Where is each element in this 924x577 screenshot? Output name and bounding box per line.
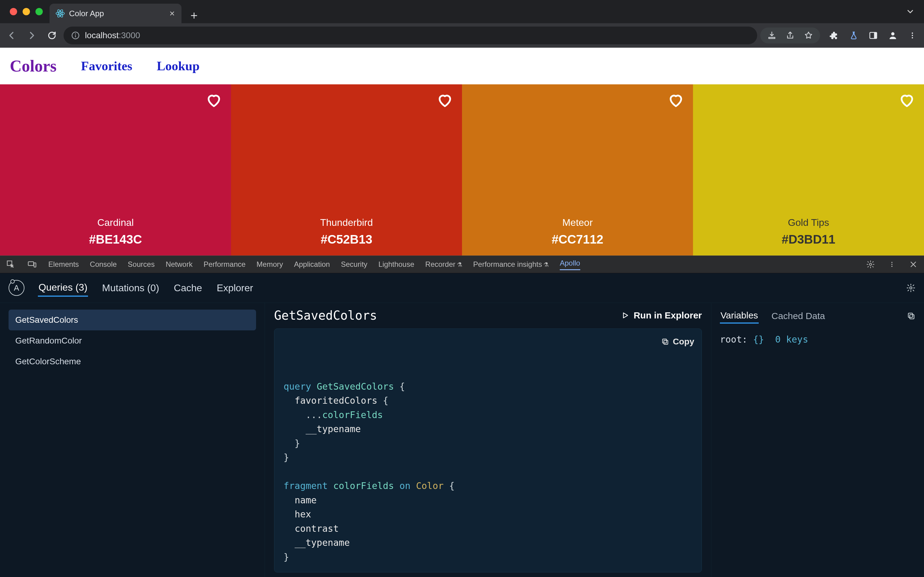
devtools-tab-application[interactable]: Application bbox=[294, 260, 330, 269]
side-panel-icon[interactable] bbox=[868, 30, 879, 41]
browser-tab[interactable]: Color App × bbox=[50, 4, 182, 23]
query-list-item[interactable]: GetSavedColors bbox=[8, 309, 256, 330]
devtools-tab-console[interactable]: Console bbox=[90, 260, 117, 269]
omnibox-url: localhost:3000 bbox=[85, 31, 140, 40]
apollo-tab-cache[interactable]: Cache bbox=[173, 280, 203, 296]
nav-back-button[interactable] bbox=[3, 27, 20, 44]
svg-rect-14 bbox=[28, 262, 34, 266]
svg-point-5 bbox=[75, 33, 76, 34]
apollo-right-panel: Variables Cached Data root: {} 0 keys bbox=[711, 303, 924, 577]
copy-icon bbox=[661, 338, 669, 346]
color-swatch: Thunderbird#C52B13 bbox=[231, 84, 462, 256]
apollo-tab-mutations[interactable]: Mutations (0) bbox=[101, 280, 160, 296]
svg-rect-6 bbox=[75, 35, 76, 38]
svg-rect-15 bbox=[34, 263, 36, 267]
swatch-name: Thunderbird bbox=[320, 217, 373, 228]
devtools-tab-security[interactable]: Security bbox=[341, 260, 368, 269]
bookmark-star-icon[interactable] bbox=[803, 30, 814, 41]
omnibox[interactable]: localhost:3000 bbox=[64, 27, 757, 44]
toolbar-pill bbox=[760, 27, 820, 44]
window-minimize-button[interactable] bbox=[23, 8, 30, 15]
devtools-tab-memory[interactable]: Memory bbox=[257, 260, 283, 269]
share-icon[interactable] bbox=[785, 30, 796, 41]
inspect-element-icon[interactable] bbox=[5, 259, 16, 269]
apollo-rtab-cached[interactable]: Cached Data bbox=[771, 309, 826, 323]
apollo-tab-explorer[interactable]: Explorer bbox=[216, 280, 254, 296]
window-controls bbox=[4, 0, 50, 23]
apollo-settings-icon[interactable] bbox=[906, 283, 916, 292]
devtools-kebab-icon[interactable] bbox=[887, 259, 897, 269]
svg-rect-21 bbox=[664, 340, 668, 344]
apollo-detail: GetSavedColors Run in Explorer Copy quer… bbox=[265, 303, 711, 577]
apollo-right-tabs: Variables Cached Data bbox=[720, 308, 916, 324]
nav-forward-button[interactable] bbox=[23, 27, 40, 44]
nav-reload-button[interactable] bbox=[43, 27, 61, 44]
apollo-tabs: A Queries (3) Mutations (0) Cache Explor… bbox=[0, 273, 924, 303]
svg-rect-22 bbox=[662, 339, 666, 343]
color-swatch: Meteor#CC7112 bbox=[462, 84, 693, 256]
new-tab-button[interactable]: ＋ bbox=[186, 7, 202, 23]
apollo-rtab-variables[interactable]: Variables bbox=[720, 308, 759, 324]
flask-icon: ⚗ bbox=[457, 261, 462, 268]
tab-close-icon[interactable]: × bbox=[169, 9, 175, 18]
page-content: Colors Favorites Lookup Cardinal#BE143CT… bbox=[0, 48, 924, 256]
apollo-tab-queries[interactable]: Queries (3) bbox=[38, 279, 88, 297]
favorite-heart-icon[interactable] bbox=[437, 92, 453, 108]
apollo-main: GetSavedColors Run in Explorer Copy quer… bbox=[265, 303, 924, 577]
devtools-tabbar: Elements Console Sources Network Perform… bbox=[0, 256, 924, 273]
query-list-item[interactable]: GetColorScheme bbox=[8, 351, 256, 372]
apollo-logo-icon: A bbox=[8, 280, 24, 296]
window-close-button[interactable] bbox=[10, 8, 17, 15]
svg-point-11 bbox=[912, 35, 913, 36]
devtools-tab-elements[interactable]: Elements bbox=[48, 260, 79, 269]
play-icon bbox=[621, 311, 629, 320]
devtools-tab-apollo[interactable]: Apollo bbox=[560, 259, 580, 270]
flask-icon: ⚗ bbox=[543, 261, 549, 268]
copy-button[interactable]: Copy bbox=[661, 335, 694, 348]
devtools-tab-performance[interactable]: Performance bbox=[203, 260, 245, 269]
query-code-block: Copy query GetSavedColors { favoritedCol… bbox=[274, 329, 702, 572]
color-swatch: Cardinal#BE143C bbox=[0, 84, 231, 256]
url-host: localhost bbox=[85, 31, 119, 40]
run-in-explorer-label: Run in Explorer bbox=[634, 310, 702, 321]
tabs-menu-button[interactable] bbox=[906, 7, 915, 16]
devtools-tab-sources[interactable]: Sources bbox=[128, 260, 155, 269]
url-port: :3000 bbox=[119, 31, 140, 40]
favorite-heart-icon[interactable] bbox=[668, 92, 684, 108]
devtools-tab-network[interactable]: Network bbox=[166, 260, 193, 269]
tab-strip: Color App × ＋ bbox=[0, 0, 924, 23]
swatch-hex: #D3BD11 bbox=[782, 232, 835, 246]
tab-title: Color App bbox=[69, 9, 165, 18]
copy-variables-icon[interactable] bbox=[907, 312, 916, 320]
devtools-settings-icon[interactable] bbox=[865, 259, 876, 269]
svg-point-17 bbox=[891, 262, 893, 263]
device-toolbar-icon[interactable] bbox=[27, 259, 37, 269]
svg-point-3 bbox=[60, 13, 61, 15]
swatch-name: Gold Tips bbox=[788, 217, 829, 228]
extensions-icon[interactable] bbox=[829, 30, 840, 41]
svg-point-18 bbox=[891, 264, 893, 265]
apollo-query-list: GetSavedColorsGetRandomColorGetColorSche… bbox=[0, 303, 265, 577]
nav-lookup-link[interactable]: Lookup bbox=[157, 59, 200, 73]
toolbar-icons bbox=[760, 27, 918, 44]
browser-toolbar: localhost:3000 bbox=[0, 23, 924, 48]
devtools-tab-perf-insights[interactable]: Performance insights⚗ bbox=[473, 260, 549, 269]
nav-favorites-link[interactable]: Favorites bbox=[81, 59, 132, 73]
window-zoom-button[interactable] bbox=[35, 8, 43, 15]
devtools-tab-lighthouse[interactable]: Lighthouse bbox=[378, 260, 414, 269]
run-in-explorer-button[interactable]: Run in Explorer bbox=[621, 310, 702, 321]
swatch-hex: #C52B13 bbox=[320, 232, 372, 246]
apollo-detail-title: GetSavedColors bbox=[274, 308, 615, 322]
favorite-heart-icon[interactable] bbox=[899, 92, 915, 108]
devtools-tab-recorder[interactable]: Recorder⚗ bbox=[425, 260, 462, 269]
kebab-menu-icon[interactable] bbox=[907, 30, 918, 41]
devtools-close-icon[interactable] bbox=[908, 259, 919, 269]
site-info-icon[interactable] bbox=[71, 31, 80, 40]
page-header: Colors Favorites Lookup bbox=[0, 48, 924, 84]
profile-avatar-icon[interactable] bbox=[887, 30, 898, 41]
query-list-item[interactable]: GetRandomColor bbox=[8, 330, 256, 351]
install-app-icon[interactable] bbox=[766, 30, 778, 41]
brand-logo[interactable]: Colors bbox=[10, 56, 56, 76]
labs-flask-icon[interactable] bbox=[848, 30, 859, 41]
favorite-heart-icon[interactable] bbox=[206, 92, 222, 108]
